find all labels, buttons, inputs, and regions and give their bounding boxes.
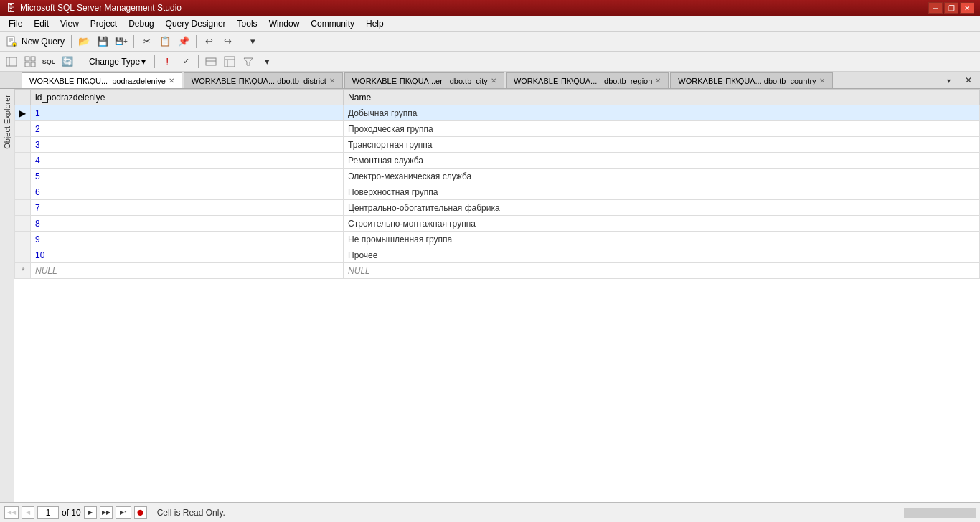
table-row[interactable]: 3 Транспортная группа [15, 137, 980, 153]
sql-icon[interactable]: SQL [40, 54, 57, 70]
table-row[interactable]: 7 Центрально-обогатительная фабрика [15, 200, 980, 216]
tab-close-0[interactable]: ✕ [169, 77, 174, 85]
tab-close-4[interactable]: ✕ [819, 77, 825, 85]
table-row-null[interactable]: * NULL NULL [15, 263, 980, 279]
row-name-3[interactable]: Ремонтная служба [344, 153, 980, 169]
execute-icon[interactable]: ! [159, 54, 176, 70]
nav-first-button[interactable]: ◀◀ [4, 506, 19, 519]
dropdown-more[interactable]: ▾ [244, 34, 261, 49]
row-id-null[interactable]: NULL [31, 263, 344, 279]
table-row[interactable]: 9 Не промышленная группа [15, 232, 980, 247]
menu-item-query-designer[interactable]: Query Designer [160, 16, 232, 31]
dropdown-more-2[interactable]: ▾ [258, 54, 275, 70]
grid-col-id[interactable]: id_podrazdeleniye [31, 90, 344, 105]
row-indicator-6 [15, 200, 31, 216]
row-name-9[interactable]: Прочее [344, 247, 980, 263]
table-row[interactable]: 4 Ремонтная служба [15, 153, 980, 169]
restore-button[interactable]: ❐ [944, 2, 958, 14]
table-row[interactable]: 5 Электро-механическая служба [15, 169, 980, 184]
table-row[interactable]: 6 Поверхностная группа [15, 184, 980, 200]
menu-item-project[interactable]: Project [85, 16, 123, 31]
nav-new-row-button[interactable]: ▶* [116, 506, 131, 519]
show-results-icon[interactable] [221, 54, 238, 70]
undo-icon[interactable]: ↩ [200, 34, 217, 49]
row-id-0[interactable]: 1 [31, 105, 344, 121]
row-name-0[interactable]: Добычная группа [344, 105, 980, 121]
tab-list-button[interactable]: ▾ [940, 72, 957, 88]
change-type-label: Change Type [89, 57, 140, 67]
title-bar-controls[interactable]: ─ ❐ ✕ [928, 2, 974, 14]
object-explorer-label[interactable]: Object Explorer [1, 92, 13, 152]
tab-3[interactable]: WORKABLE-ПК\QUA... - dbo.tb_region✕ [506, 72, 669, 88]
row-id-2[interactable]: 3 [31, 137, 344, 153]
menu-item-window[interactable]: Window [263, 16, 306, 31]
app-icon: 🗄 [6, 2, 16, 14]
grid-view-icon[interactable] [22, 54, 39, 70]
nav-prev-button[interactable]: ◀ [22, 506, 34, 519]
row-id-7[interactable]: 8 [31, 216, 344, 232]
status-text-content: Cell is Read Only. [157, 508, 225, 518]
table-row[interactable]: 8 Строительно-монтажная группа [15, 216, 980, 232]
row-indicator-3 [15, 153, 31, 169]
verify-sql-icon[interactable]: ✓ [177, 54, 194, 70]
table-row[interactable]: ▶ 1 Добычная группа [15, 105, 980, 121]
row-name-7[interactable]: Строительно-монтажная группа [344, 216, 980, 232]
grid-col-name[interactable]: Name [344, 90, 980, 105]
status-bar: ◀◀ ◀ of 10 ▶ ▶▶ ▶* ⬤ Cell is Read Only. [0, 502, 980, 522]
menu-item-view[interactable]: View [55, 16, 85, 31]
stop-button[interactable]: ⬤ [134, 506, 147, 519]
row-name-1[interactable]: Проходческая группа [344, 121, 980, 137]
row-name-6[interactable]: Центрально-обогатительная фабрика [344, 200, 980, 216]
tab-close-1[interactable]: ✕ [329, 77, 335, 85]
cut-icon[interactable]: ✂ [138, 34, 155, 49]
tab-close-3[interactable]: ✕ [655, 77, 661, 85]
table-row[interactable]: 2 Проходческая группа [15, 121, 980, 137]
tab-4[interactable]: WORKABLE-ПК\QUA... dbo.tb_country✕ [670, 72, 832, 88]
tab-0[interactable]: WORKABLE-ПК\QU..._podrazdeleniye✕ [22, 72, 182, 88]
new-query-icon[interactable]: + [3, 34, 20, 49]
copy-icon[interactable]: 📋 [156, 34, 174, 49]
tab-close-2[interactable]: ✕ [491, 77, 496, 85]
save-all-icon[interactable]: 💾+ [113, 34, 130, 49]
redo-icon[interactable]: ↪ [219, 34, 236, 49]
menu-item-debug[interactable]: Debug [123, 16, 159, 31]
row-name-4[interactable]: Электро-механическая служба [344, 169, 980, 184]
row-id-1[interactable]: 2 [31, 121, 344, 137]
menu-item-community[interactable]: Community [305, 16, 360, 31]
page-number-input[interactable] [37, 506, 59, 519]
open-file-icon[interactable]: 📂 [75, 34, 93, 49]
row-id-4[interactable]: 5 [31, 169, 344, 184]
close-tab-button[interactable]: ✕ [960, 72, 977, 88]
row-id-5[interactable]: 6 [31, 184, 344, 200]
tab-1[interactable]: WORKABLE-ПК\QUA... dbo.tb_district✕ [184, 72, 343, 88]
change-type-button[interactable]: Change Type ▾ [84, 54, 151, 70]
object-explorer-toggle-icon[interactable] [3, 54, 20, 70]
row-name-8[interactable]: Не промышленная группа [344, 232, 980, 247]
close-button[interactable]: ✕ [960, 2, 974, 14]
paste-icon[interactable]: 📌 [175, 34, 192, 49]
show-pane-icon[interactable] [202, 54, 220, 70]
new-query-label[interactable]: New Query [22, 37, 65, 47]
nav-next-button[interactable]: ▶ [84, 506, 97, 519]
menu-item-edit[interactable]: Edit [28, 16, 55, 31]
row-name-5[interactable]: Поверхностная группа [344, 184, 980, 200]
row-id-6[interactable]: 7 [31, 200, 344, 216]
filter-icon[interactable] [240, 54, 257, 70]
menu-item-tools[interactable]: Tools [232, 16, 263, 31]
row-name-2[interactable]: Транспортная группа [344, 137, 980, 153]
table-row[interactable]: 10 Прочее [15, 247, 980, 263]
row-id-8[interactable]: 9 [31, 232, 344, 247]
menu-item-help[interactable]: Help [360, 16, 390, 31]
tab-2[interactable]: WORKABLE-ПК\QUA...er - dbo.tb_city✕ [344, 72, 504, 88]
content-area[interactable]: id_podrazdeleniye Name ▶ 1 Добычная груп… [14, 89, 980, 502]
row-id-3[interactable]: 4 [31, 153, 344, 169]
object-explorer-sidebar[interactable]: Object Explorer [0, 89, 14, 502]
save-icon[interactable]: 💾 [94, 34, 111, 49]
refresh-icon[interactable]: 🔄 [59, 54, 76, 70]
tabs-actions[interactable]: ▾ ✕ [940, 72, 980, 88]
row-name-null[interactable]: NULL [344, 263, 980, 279]
row-id-9[interactable]: 10 [31, 247, 344, 263]
nav-last-button[interactable]: ▶▶ [100, 506, 113, 519]
minimize-button[interactable]: ─ [928, 2, 943, 14]
menu-item-file[interactable]: File [3, 16, 28, 31]
